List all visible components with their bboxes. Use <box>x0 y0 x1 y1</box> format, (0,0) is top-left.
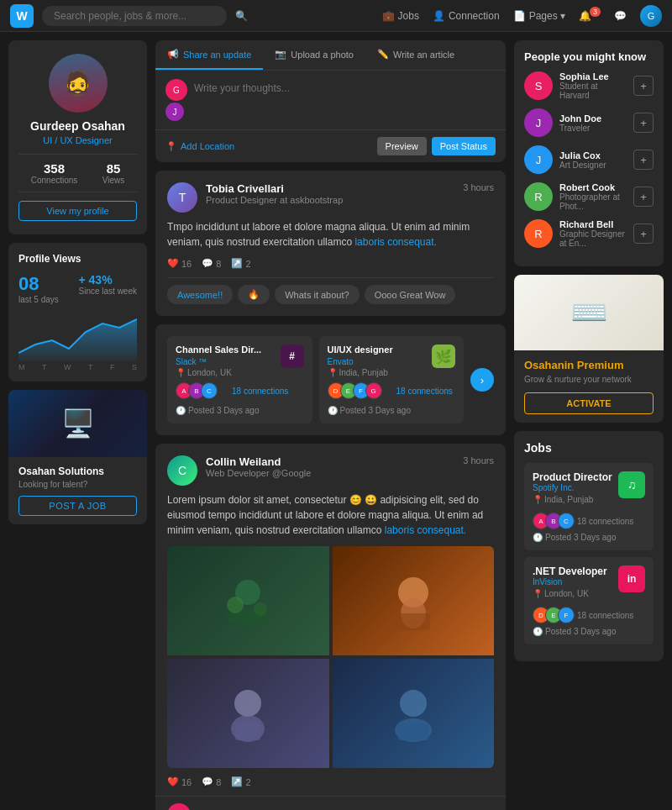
tab-share-update[interactable]: 📢 Share an update <box>155 40 263 70</box>
job-right-2[interactable]: .NET Developer InVision 📍 London, UK in … <box>524 557 654 644</box>
view-profile-button[interactable]: View my profile <box>18 201 137 221</box>
preview-button[interactable]: Preview <box>377 137 427 155</box>
topnav-right: 💼 Jobs 👤 Connection 📄 Pages ▾ 🔔 3 💬 G <box>382 5 662 27</box>
tab-upload-photo[interactable]: 📷 Upload a photo <box>263 40 365 70</box>
comments-count-1[interactable]: 💬 8 <box>202 258 221 269</box>
person-add-btn-3[interactable]: + <box>633 187 654 207</box>
post-image-2 <box>333 546 495 655</box>
person-info-2: Julia Cox Art Designer <box>559 150 606 170</box>
logo[interactable]: W <box>10 4 34 28</box>
job-right-title-2: .NET Developer <box>533 565 607 577</box>
person-info-3: Robert Cook Photographer at Phot... <box>559 182 627 211</box>
whats-btn[interactable]: Whats it about? <box>275 285 359 304</box>
person-info-0: Sophia Lee Student at Harvard <box>559 71 627 100</box>
shares-count-2[interactable]: ↗️ 2 <box>231 776 250 787</box>
person-row-0: S Sophia Lee Student at Harvard + <box>524 71 654 100</box>
tab-write-article[interactable]: ✏️ Write an article <box>365 40 466 70</box>
post-time-1: 3 hours <box>463 182 494 192</box>
post-image-4 <box>333 659 495 768</box>
post-subtitle-2: Web Developer @Google <box>206 468 311 478</box>
reaction-buttons-1: Awesome!! 🔥 Whats it about? Oooo Great W… <box>167 285 494 304</box>
job-next-button[interactable]: › <box>470 368 494 392</box>
job-right-conns-2: D E F 18 connections <box>533 607 645 623</box>
add-location-btn[interactable]: 📍 Add Location <box>165 141 234 152</box>
person-row-3: R Robert Cook Photographer at Phot... + <box>524 182 654 211</box>
likes-count-2[interactable]: ❤️ 16 <box>167 776 192 787</box>
post-images <box>167 546 494 768</box>
connections-stat: 358 Connections <box>31 161 78 185</box>
svg-point-7 <box>234 690 261 717</box>
job-conn-avatars-2: D E F G <box>328 382 378 399</box>
post-subtitle-1: Product Designer at askbootstrap <box>206 195 343 205</box>
premium-image: ⌨️ <box>514 275 664 350</box>
post-status-button[interactable]: Post Status <box>432 137 496 155</box>
jobs-nav[interactable]: 💼 Jobs <box>382 10 419 22</box>
post-job-button[interactable]: POST A JOB <box>18 496 137 516</box>
profile-title: UI / UX Designer <box>18 135 137 145</box>
post-avatar-1: T <box>167 182 197 213</box>
comment-avatar: G <box>167 803 191 810</box>
job-right-1[interactable]: Product Director Spotify Inc. 📍 India, P… <box>524 463 654 550</box>
fire-btn[interactable]: 🔥 <box>238 285 270 304</box>
post-link-2[interactable]: laboris consequat. <box>385 524 466 536</box>
job-right-conns-1: A B C 18 connections <box>533 513 645 529</box>
job-card-1[interactable]: Channel Sales Dir... Slack ™ 📍 London, U… <box>167 336 312 423</box>
views-period: last 5 days <box>18 295 59 304</box>
person-add-btn-2[interactable]: + <box>633 150 654 170</box>
main-layout: 🧔 Gurdeep Osahan UI / UX Designer 358 Co… <box>0 32 672 810</box>
compose-body: G J <box>155 71 506 129</box>
person-add-btn-0[interactable]: + <box>633 76 654 96</box>
post-text-2: Lorem ipsum dolor sit amet, consectetur … <box>167 492 494 538</box>
post-reactions-1: ❤️ 16 💬 8 ↗️ 2 <box>167 258 494 269</box>
job-posted-2: 🕐 Posted 3 Days ago <box>328 406 456 415</box>
person-info-1: John Doe Traveler <box>559 113 601 133</box>
ad-tagline: Looking for talent? <box>18 480 137 489</box>
messages-nav[interactable]: 💬 <box>614 10 627 22</box>
person-add-btn-4[interactable]: + <box>633 224 654 244</box>
profile-avatar: 🧔 <box>49 54 108 113</box>
search-icon[interactable]: 🔍 <box>235 10 248 22</box>
job-right-company-2: InVision <box>533 577 607 586</box>
person-avatar-3: R <box>524 182 553 211</box>
shares-count-1[interactable]: ↗️ 2 <box>231 258 250 269</box>
awesome-btn[interactable]: Awesome!! <box>167 285 233 304</box>
job-right-posted-1: 🕐 Posted 3 Days ago <box>533 533 645 542</box>
notifications-nav[interactable]: 🔔 3 <box>579 10 601 22</box>
compose-tabs: 📢 Share an update 📷 Upload a photo ✏️ Wr… <box>155 40 506 71</box>
job-cards-row: Channel Sales Dir... Slack ™ 📍 London, U… <box>167 336 494 423</box>
person-info-4: Richard Bell Graphic Designer at En... <box>559 219 627 248</box>
user-avatar[interactable]: G <box>640 5 662 27</box>
person-row-1: J John Doe Traveler + <box>524 108 654 137</box>
location-icon: 📍 <box>165 141 177 152</box>
activate-button[interactable]: ACTIVATE <box>524 392 654 414</box>
search-input[interactable] <box>42 6 227 26</box>
compose-input[interactable] <box>194 79 496 97</box>
job-card-2[interactable]: UI/UX designer Envato 📍 India, Punjab 🌿 <box>319 336 465 423</box>
post-avatar-2: C <box>167 455 197 486</box>
connection-nav[interactable]: 👤 Connection <box>433 10 500 22</box>
left-sidebar: 🧔 Gurdeep Osahan UI / UX Designer 358 Co… <box>8 40 147 524</box>
clock-icon-2: 🕐 <box>328 406 338 415</box>
job-loc-1: 📍 London, UK <box>176 368 261 377</box>
views-change-period: Since last week <box>79 287 137 296</box>
pages-nav[interactable]: 📄 Pages ▾ <box>513 10 565 22</box>
profile-views-card: Profile Views 08 last 5 days + 43% Since… <box>8 243 147 381</box>
people-card-title: People you might know <box>524 50 654 63</box>
job-connections-1: 18 connections <box>232 387 288 396</box>
premium-content: Osahanin Premium Grow & nurture your net… <box>514 350 664 423</box>
likes-count-1[interactable]: ❤️ 16 <box>167 258 192 269</box>
views-stat: 85 Views <box>102 161 125 185</box>
post-author-name-2: Collin Weiland <box>206 455 311 468</box>
job-company-2: Envato <box>328 357 393 366</box>
location-icon-2: 📍 <box>328 368 338 377</box>
wow-btn[interactable]: Oooo Great Wow <box>365 285 456 304</box>
person-row-4: R Richard Bell Graphic Designer at En...… <box>524 219 654 248</box>
location-icon-1: 📍 <box>176 368 186 377</box>
comments-count-2[interactable]: 💬 8 <box>202 776 221 787</box>
person-add-btn-1[interactable]: + <box>633 113 654 133</box>
svg-point-3 <box>254 602 267 616</box>
compose-avatars: G J <box>165 79 187 121</box>
person-avatar-1: J <box>524 108 553 137</box>
right-sidebar: People you might know S Sophia Lee Stude… <box>514 40 664 661</box>
post-link-1[interactable]: laboris consequat. <box>354 236 436 248</box>
